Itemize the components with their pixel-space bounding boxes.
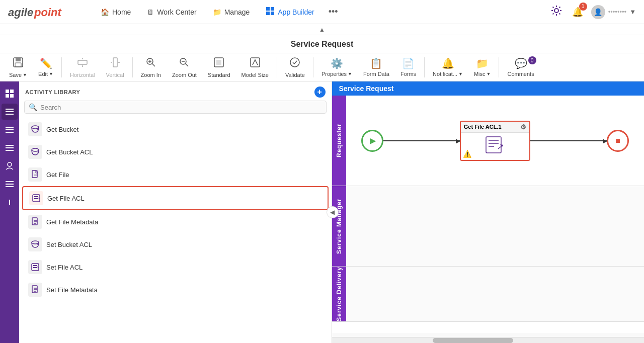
svg-rect-37 [6, 145, 14, 146]
canvas-title: Service Request [339, 84, 394, 93]
sidebar-icon-user[interactable] [2, 158, 18, 174]
arrow-2-head: ▶ [603, 137, 607, 144]
properties-caret-icon: ▼ [348, 71, 352, 76]
nav-more[interactable]: ••• [324, 4, 343, 20]
sidebar-icon-list[interactable] [2, 104, 18, 120]
add-activity-button[interactable]: + [314, 87, 326, 98]
misc-label: Misc [474, 71, 486, 77]
user-menu[interactable]: 👤 •••••••• ▼ [591, 5, 636, 19]
svg-rect-4 [266, 12, 270, 15]
horizontal-button[interactable]: Horizontal [65, 55, 100, 80]
standard-button[interactable]: Standard [203, 55, 235, 80]
sidebar-header: ACTIVITY LIBRARY + [19, 81, 332, 101]
svg-rect-51 [34, 196, 38, 197]
lane-service-manager: Service Manager [332, 186, 645, 267]
collapse-bar[interactable]: ▲ [0, 24, 644, 35]
canvas-scroll[interactable]: Service Request Requester [332, 81, 645, 343]
svg-rect-3 [271, 7, 274, 11]
vertical-icon [110, 57, 121, 70]
forms-button[interactable]: 📄 Forms [395, 55, 421, 79]
properties-button[interactable]: ⚙️ Properties ▼ [316, 55, 357, 79]
forms-icon: 📄 [402, 57, 415, 69]
arrow-2: ▶ [530, 140, 607, 141]
lane-service-manager-label: Service Manager [332, 186, 346, 266]
vertical-button[interactable]: Vertical [101, 55, 129, 80]
svg-rect-27 [6, 90, 9, 93]
sidebar-icon-list2[interactable] [2, 122, 18, 138]
svg-point-6 [554, 9, 558, 13]
properties-icon: ⚙️ [331, 57, 343, 69]
notification-btn[interactable]: 🔔 1 [570, 5, 585, 20]
set-file-metadata-label: Set File Metadata [46, 286, 98, 294]
nav-manage[interactable]: 📁 Manage [206, 5, 257, 19]
comments-button[interactable]: 💬 Comments 0 [502, 55, 539, 79]
sidebar-icon-i[interactable]: I [2, 194, 18, 210]
list-item-get-file-acl[interactable]: Get File ACL [22, 186, 329, 210]
zoom-in-button[interactable]: Zoom In [136, 55, 166, 80]
sidebar-collapse-button[interactable]: ◀ [327, 206, 339, 218]
svg-rect-35 [6, 129, 14, 130]
search-box: 🔍 [24, 101, 327, 114]
form-data-button[interactable]: 📋 Form Data [358, 55, 394, 79]
save-button[interactable]: Save ▼ [4, 55, 32, 80]
get-bucket-acl-label: Get Bucket ACL [46, 148, 93, 156]
toolbar: Save ▼ ✏️ Edit ▼ Horizontal Vertical Zoo… [0, 53, 644, 81]
monitor-icon: 🖥 [147, 8, 154, 16]
get-file-label: Get File [46, 171, 69, 179]
get-file-icon [28, 167, 42, 182]
toolbar-sep-2 [132, 57, 133, 77]
notifications-label: Notificat... [433, 71, 457, 77]
lane-service-delivery: Service Delivery [332, 267, 645, 322]
nav-right: 🔔 1 👤 •••••••• ▼ [549, 3, 636, 21]
activity-node-get-file-acl[interactable]: Get File ACL.1 ⚙ [460, 121, 530, 161]
nav-home[interactable]: 🏠 Home [94, 5, 138, 19]
svg-rect-62 [33, 267, 37, 268]
sidebar-icon-grid[interactable] [2, 85, 18, 102]
model-size-button[interactable]: Model Size [236, 55, 274, 80]
list-item-set-bucket-acl[interactable]: Set Bucket ACL [22, 233, 329, 255]
nav-manage-label: Manage [224, 8, 250, 16]
start-node[interactable] [361, 130, 383, 152]
nav-work-center-label: Work Center [157, 8, 196, 16]
nav-work-center[interactable]: 🖥 Work Center [140, 5, 203, 19]
nav-home-label: Home [112, 8, 131, 16]
activity-gear-icon[interactable]: ⚙ [520, 123, 526, 131]
sidebar-icon-list4[interactable] [2, 176, 18, 192]
validate-button[interactable]: Validate [280, 55, 310, 80]
list-item-get-bucket[interactable]: Get Bucket [22, 118, 329, 140]
nav-app-builder-label: App Builder [278, 8, 314, 16]
zoom-out-button[interactable]: Zoom Out [167, 55, 202, 80]
search-input[interactable] [40, 104, 322, 111]
save-caret-icon: ▼ [23, 72, 27, 77]
grid-icon [266, 7, 275, 17]
list-item-get-bucket-acl[interactable]: Get Bucket ACL [22, 141, 329, 163]
lane-service-manager-body [346, 186, 645, 266]
list-item-set-file-acl[interactable]: Set File ACL [22, 256, 329, 278]
sidebar-icon-list3[interactable] [2, 140, 18, 156]
svg-point-44 [32, 126, 39, 129]
get-bucket-label: Get Bucket [46, 126, 78, 133]
canvas-scrollbar-horizontal[interactable] [332, 337, 645, 343]
edit-button[interactable]: ✏️ Edit ▼ [33, 55, 58, 79]
horizontal-label: Horizontal [70, 72, 95, 78]
notifications-caret-icon: ▼ [458, 71, 463, 76]
canvas-title-bar: Service Request [332, 81, 645, 96]
get-file-acl-label: Get File ACL [47, 195, 85, 202]
lane-requester-body: ▶ Get File ACL.1 ⚙ [346, 96, 645, 186]
scrollbar-thumb[interactable] [433, 338, 513, 343]
list-item-get-file[interactable]: Get File [22, 163, 329, 186]
comments-label: Comments [507, 71, 534, 77]
collapse-icon: ▲ [319, 26, 325, 33]
canvas-area: Service Request Requester [332, 81, 645, 343]
misc-icon: 📁 [476, 57, 489, 69]
list-item-set-file-metadata[interactable]: Set File Metadata [22, 279, 329, 301]
misc-button[interactable]: 📁 Misc ▼ [469, 55, 496, 79]
set-bucket-acl-label: Set Bucket ACL [46, 241, 92, 248]
nav-app-builder[interactable]: App Builder [259, 4, 321, 20]
end-node[interactable] [607, 130, 629, 152]
svg-point-46 [32, 148, 39, 151]
list-item-get-file-metadata[interactable]: Get File Metadata [22, 211, 329, 233]
notifications-button[interactable]: 🔔 Notificat... ▼ [428, 55, 468, 79]
settings-icon-btn[interactable] [549, 3, 564, 21]
svg-rect-64 [32, 286, 37, 293]
